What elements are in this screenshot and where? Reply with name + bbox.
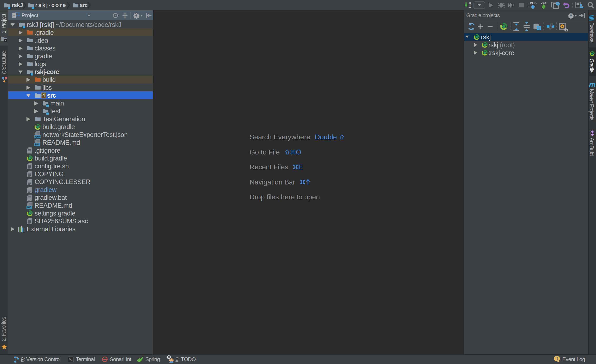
svg-text:VCS: VCS — [541, 1, 547, 5]
svg-text:VCS: VCS — [530, 1, 536, 5]
svg-text:01: 01 — [469, 2, 471, 4]
svg-text:01: 01 — [469, 7, 471, 9]
svg-text:10: 10 — [469, 4, 471, 7]
svg-text:1: 1 — [556, 356, 558, 361]
